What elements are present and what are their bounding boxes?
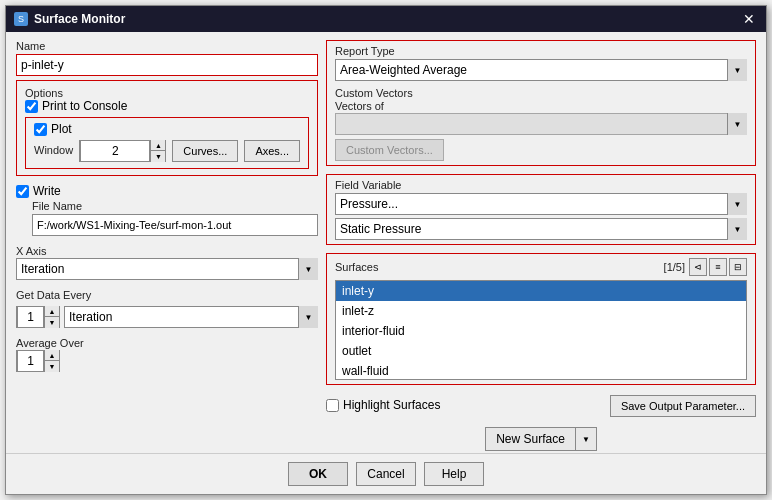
write-section: Write File Name	[16, 184, 318, 236]
write-checkbox[interactable]	[16, 185, 29, 198]
plot-label: Plot	[51, 122, 72, 136]
vectors-of-dropdown-wrapper: ▼	[335, 113, 747, 135]
print-to-console-checkbox[interactable]	[25, 100, 38, 113]
get-data-section: Get Data Every ▲ ▼ Iteration	[16, 288, 318, 328]
surface-monitor-dialog: S Surface Monitor ✕ Name Options P	[5, 5, 767, 495]
window-spinner: ▲ ▼	[79, 140, 166, 162]
average-over-label: Average Over	[16, 337, 84, 349]
surfaces-list: inlet-y inlet-z interior-fluid outlet wa…	[335, 280, 747, 380]
window-label: Window	[34, 144, 73, 156]
report-type-section: Report Type Area-Weighted Average Mass-W…	[326, 40, 756, 166]
surface-item-wall-fluid[interactable]: wall-fluid	[336, 361, 746, 380]
surfaces-sort-icon[interactable]: ⊲	[689, 258, 707, 276]
report-type-label: Report Type	[335, 45, 747, 57]
field-category-dropdown-wrapper: Pressure... Velocity... Temperature... ▼	[335, 193, 747, 215]
get-data-label: Get Data Every	[16, 289, 91, 301]
name-input[interactable]	[16, 54, 318, 76]
highlight-surfaces-row: Highlight Surfaces	[326, 398, 440, 412]
print-to-console-label: Print to Console	[42, 99, 127, 113]
surface-item-inlet-y[interactable]: inlet-y	[336, 281, 746, 301]
name-label: Name	[16, 40, 318, 52]
vectors-of-select[interactable]	[335, 113, 747, 135]
surfaces-section: Surfaces [1/5] ⊲ ≡ ⊟ inlet-y inlet-z int…	[326, 253, 756, 385]
highlight-surfaces-label: Highlight Surfaces	[343, 398, 440, 412]
name-section: Name	[16, 40, 318, 76]
field-variable-select[interactable]: Static Pressure Dynamic Pressure Total P…	[335, 218, 747, 240]
cancel-button[interactable]: Cancel	[356, 462, 416, 486]
custom-vectors-section: Custom Vectors Vectors of ▼ Custom Vecto…	[335, 87, 747, 161]
curves-button[interactable]: Curves...	[172, 140, 238, 162]
dialog-title: Surface Monitor	[34, 12, 125, 26]
surfaces-label: Surfaces	[335, 261, 378, 273]
x-axis-select[interactable]: Iteration Flow Time	[16, 258, 318, 280]
average-over-arrows: ▲ ▼	[44, 350, 59, 372]
ok-button[interactable]: OK	[288, 462, 348, 486]
surfaces-count: [1/5]	[664, 261, 685, 273]
get-data-input[interactable]	[17, 306, 44, 328]
dialog-footer: OK Cancel Help	[6, 453, 766, 494]
x-axis-label: X Axis	[16, 245, 47, 257]
surfaces-grid-icon[interactable]: ⊟	[729, 258, 747, 276]
title-bar-left: S Surface Monitor	[14, 12, 125, 26]
window-up-arrow[interactable]: ▲	[151, 140, 165, 151]
average-over-up-arrow[interactable]: ▲	[45, 350, 59, 361]
custom-vectors-button[interactable]: Custom Vectors...	[335, 139, 444, 161]
report-type-select[interactable]: Area-Weighted Average Mass-Weighted Aver…	[335, 59, 747, 81]
average-over-section: Average Over ▲ ▼	[16, 336, 318, 372]
write-label: Write	[33, 184, 61, 198]
get-data-spinner: ▲ ▼	[16, 306, 60, 328]
report-type-dropdown-wrapper: Area-Weighted Average Mass-Weighted Aver…	[335, 59, 747, 81]
custom-vectors-label: Custom Vectors	[335, 87, 747, 99]
average-over-down-arrow[interactable]: ▼	[45, 361, 59, 372]
surface-item-interior-fluid[interactable]: interior-fluid	[336, 321, 746, 341]
new-surface-label: New Surface	[486, 428, 576, 450]
options-label: Options	[25, 87, 309, 99]
new-surface-row: New Surface ▼	[326, 427, 756, 451]
file-name-section: File Name	[32, 200, 318, 236]
surfaces-icons: ⊲ ≡ ⊟	[689, 258, 747, 276]
axes-button[interactable]: Axes...	[244, 140, 300, 162]
new-surface-dropdown-arrow: ▼	[576, 428, 596, 450]
surfaces-header: Surfaces [1/5] ⊲ ≡ ⊟	[335, 258, 747, 276]
title-bar: S Surface Monitor ✕	[6, 6, 766, 32]
highlight-row: Highlight Surfaces Save Output Parameter…	[326, 395, 756, 417]
window-row: Window ▲ ▼ Curves... Axes...	[34, 140, 300, 162]
help-button[interactable]: Help	[424, 462, 484, 486]
surface-item-inlet-z[interactable]: inlet-z	[336, 301, 746, 321]
plot-row: Plot	[34, 122, 300, 136]
options-section: Options Print to Console Plot Window	[16, 80, 318, 176]
field-variable-dropdown-wrapper: Static Pressure Dynamic Pressure Total P…	[335, 218, 747, 240]
plot-section: Plot Window ▲ ▼ Curves...	[25, 117, 309, 169]
window-arrows: ▲ ▼	[150, 140, 165, 162]
file-name-label: File Name	[32, 200, 318, 212]
field-variable-label: Field Variable	[335, 179, 747, 191]
get-data-down-arrow[interactable]: ▼	[45, 317, 59, 328]
get-data-up-arrow[interactable]: ▲	[45, 306, 59, 317]
surfaces-list-icon[interactable]: ≡	[709, 258, 727, 276]
get-data-dropdown-wrapper: Iteration Flow Time ▼	[64, 306, 318, 328]
field-category-select[interactable]: Pressure... Velocity... Temperature...	[335, 193, 747, 215]
plot-checkbox[interactable]	[34, 123, 47, 136]
right-panel: Report Type Area-Weighted Average Mass-W…	[326, 40, 756, 451]
window-down-arrow[interactable]: ▼	[151, 151, 165, 162]
left-panel: Name Options Print to Console Plot	[16, 40, 318, 451]
close-button[interactable]: ✕	[740, 10, 758, 28]
print-to-console-row: Print to Console	[25, 99, 309, 113]
x-axis-dropdown-wrapper: Iteration Flow Time ▼	[16, 258, 318, 280]
average-over-input[interactable]	[17, 350, 44, 372]
surface-item-outlet[interactable]: outlet	[336, 341, 746, 361]
dialog-body: Name Options Print to Console Plot	[6, 32, 766, 453]
new-surface-button[interactable]: New Surface ▼	[485, 427, 597, 451]
get-data-select[interactable]: Iteration Flow Time	[64, 306, 318, 328]
write-row: Write	[16, 184, 318, 198]
highlight-surfaces-checkbox[interactable]	[326, 399, 339, 412]
vectors-of-label: Vectors of	[335, 100, 384, 112]
file-name-input[interactable]	[32, 214, 318, 236]
save-output-button[interactable]: Save Output Parameter...	[610, 395, 756, 417]
x-axis-section: X Axis Iteration Flow Time ▼	[16, 244, 318, 280]
get-data-arrows: ▲ ▼	[44, 306, 59, 328]
top-section: Name Options Print to Console Plot	[16, 40, 756, 451]
window-input[interactable]	[80, 140, 150, 162]
field-variable-section: Field Variable Pressure... Velocity... T…	[326, 174, 756, 245]
dialog-icon: S	[14, 12, 28, 26]
